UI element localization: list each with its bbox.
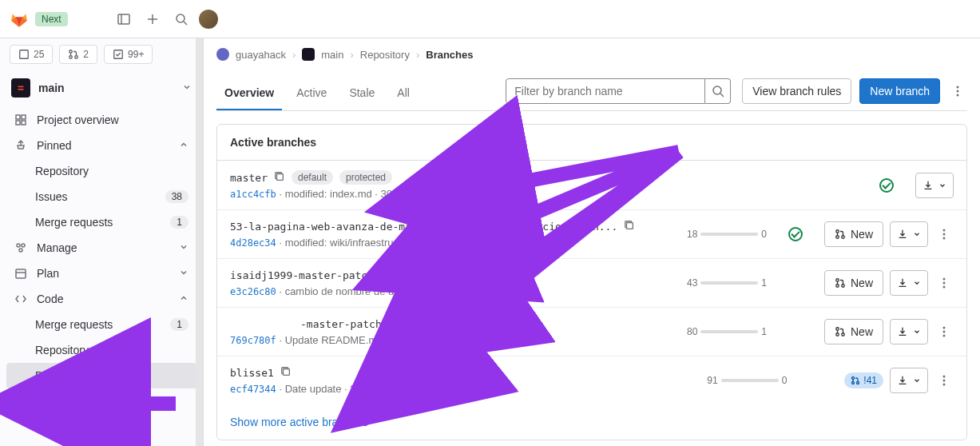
svg-point-7 (69, 50, 73, 54)
commit-sha[interactable]: 769c780f (230, 335, 276, 346)
sidebar-item-plan[interactable]: Plan (6, 261, 196, 286)
svg-point-35 (836, 279, 839, 282)
svg-rect-12 (16, 115, 20, 119)
kebab-menu-icon[interactable] (948, 85, 967, 98)
user-avatar[interactable] (199, 10, 218, 29)
svg-point-51 (857, 382, 859, 384)
row-actions: New (824, 319, 954, 344)
success-icon (879, 178, 894, 193)
sidebar-item-overview[interactable]: Project overview (6, 107, 196, 133)
filter-search-button[interactable] (705, 78, 731, 104)
plan-icon (14, 267, 27, 280)
svg-rect-27 (627, 223, 633, 229)
kebab-menu-icon[interactable] (934, 374, 954, 387)
issues-counter[interactable]: 25 (10, 45, 53, 64)
svg-point-39 (943, 282, 946, 285)
tab-stale[interactable]: Stale (341, 77, 383, 110)
new-branch-button[interactable]: New branch (859, 78, 940, 104)
branch-meta: e3c26c80 · cambio de nombre de usuario ·… (230, 285, 674, 297)
svg-point-47 (943, 335, 946, 337)
svg-point-53 (943, 380, 946, 382)
download-button[interactable] (890, 221, 928, 247)
sidebar-item-code[interactable]: Code (6, 286, 196, 312)
new-mr-button[interactable]: New (824, 270, 883, 296)
sidebar-item-manage[interactable]: Manage (6, 235, 196, 261)
breadcrumb-section[interactable]: Repository (360, 49, 410, 61)
tab-overview[interactable]: Overview (216, 77, 282, 110)
sidebar-item-merge-requests[interactable]: Merge requests 1 (6, 209, 196, 235)
copy-icon[interactable] (274, 171, 285, 185)
download-button[interactable] (890, 368, 928, 393)
svg-point-17 (22, 244, 25, 247)
project-header[interactable]: main (0, 70, 203, 106)
sidebar-item-code-repository[interactable]: Repository (6, 337, 196, 363)
kebab-menu-icon[interactable] (934, 325, 954, 338)
copy-icon[interactable] (418, 269, 429, 282)
breadcrumb-group[interactable]: guayahack (236, 49, 286, 61)
code-icon (14, 293, 27, 305)
download-button[interactable] (890, 319, 928, 344)
sidebar-item-pinned[interactable]: Pinned (6, 133, 196, 158)
commit-sha[interactable]: ecf47344 (230, 384, 276, 395)
divergence: 431 (687, 277, 767, 289)
kebab-menu-icon[interactable] (934, 228, 954, 241)
svg-point-50 (852, 382, 855, 384)
pipeline-status[interactable] (780, 227, 811, 241)
todos-counter[interactable]: 99+ (104, 45, 153, 64)
tab-all[interactable]: All (389, 77, 418, 110)
kebab-menu-icon[interactable] (934, 277, 954, 289)
svg-point-37 (842, 285, 845, 288)
sidebar-item-code-commits[interactable]: Commits (6, 388, 196, 414)
group-avatar-icon (216, 48, 229, 61)
branch-meta: 769c780f · Update README.md · 3 days ago (230, 334, 674, 346)
view-branch-rules-button[interactable]: View branch rules (742, 78, 851, 104)
tabs: Overview Active Stale All (216, 77, 418, 110)
copy-icon[interactable] (280, 366, 292, 380)
svg-point-49 (852, 377, 855, 380)
mrs-counter[interactable]: 2 (59, 45, 97, 64)
svg-point-4 (177, 14, 184, 22)
gitlab-logo-icon[interactable] (10, 10, 29, 29)
commit-sha[interactable]: a1cc4cfb (230, 189, 276, 200)
copy-icon[interactable] (426, 317, 437, 331)
commit-sha[interactable]: e3c26c80 (230, 286, 276, 297)
branch-name[interactable]: blisse1 (230, 367, 274, 379)
plus-icon[interactable] (141, 8, 164, 30)
branch-name[interactable]: isaidj1999-master-patch-17967 (230, 269, 411, 281)
branch-meta: ecf47344 · Date update · 3 days ago (230, 383, 694, 395)
sidebar-item-issues[interactable]: Issues 38 (6, 184, 196, 209)
new-mr-button[interactable]: New (824, 221, 883, 247)
svg-point-32 (943, 233, 946, 236)
branch-name[interactable]: master (230, 172, 268, 184)
branch-name[interactable]: 53-la-pagina-web-avanza-de-manera-lineal… (230, 221, 617, 233)
commit-sha[interactable]: 4d28ec34 (230, 237, 276, 249)
search-icon[interactable] (170, 8, 192, 30)
manage-icon (14, 241, 27, 254)
top-header: Next (0, 0, 980, 38)
breadcrumb-project[interactable]: main (321, 49, 343, 61)
chevron-down-icon (182, 82, 192, 94)
success-icon (788, 227, 803, 241)
new-mr-button[interactable]: New (824, 319, 883, 344)
mr-link[interactable]: !41 (844, 372, 883, 388)
download-button[interactable] (915, 173, 954, 198)
breadcrumb: guayahack › main › Repository › Branches (204, 38, 980, 70)
copy-icon[interactable] (624, 220, 635, 233)
filter-input[interactable] (506, 78, 705, 104)
panel-title: Active branches (217, 125, 966, 161)
pipeline-status[interactable] (871, 178, 903, 193)
sidebar-item-code-branches[interactable]: Branches (6, 363, 196, 388)
project-avatar-icon (302, 48, 315, 61)
sidebar-toggle-icon[interactable] (113, 8, 135, 30)
sidebar-item-repository[interactable]: Repository (6, 158, 196, 184)
download-button[interactable] (890, 270, 928, 296)
svg-point-33 (943, 237, 946, 240)
svg-point-54 (943, 384, 946, 386)
svg-rect-6 (20, 50, 29, 59)
scrollbar[interactable] (196, 38, 203, 446)
branch-name[interactable]: -master-patch-36680 (300, 318, 419, 330)
sidebar-item-code-merge-requests[interactable]: Merge requests 1 (6, 312, 196, 337)
project-avatar-icon (11, 78, 30, 98)
show-more-link[interactable]: Show more active branches (217, 404, 966, 440)
tab-active[interactable]: Active (288, 77, 335, 110)
